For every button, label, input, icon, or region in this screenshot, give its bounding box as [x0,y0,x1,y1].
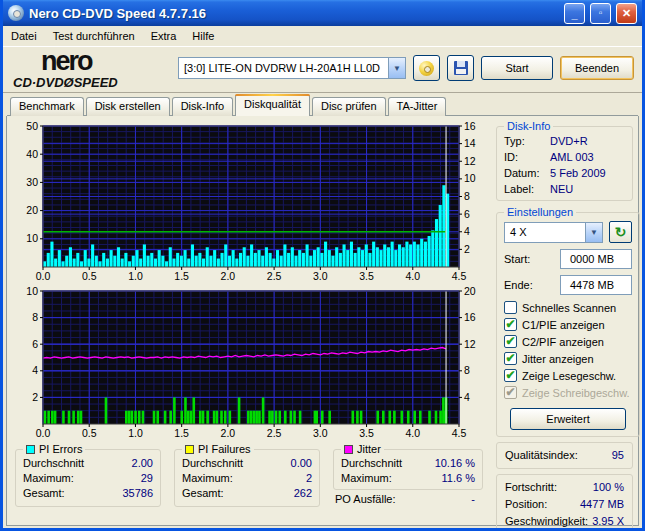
eject-disc-button[interactable] [413,55,440,81]
po-failures-value: - [471,492,475,507]
chevron-down-icon[interactable]: ▼ [585,223,602,242]
speed-select[interactable]: 4 X ▼ [504,222,603,243]
stat-value: 2 [306,471,312,486]
svg-text:8: 8 [464,364,470,376]
speed-select-value: 4 X [505,226,585,238]
svg-text:0.0: 0.0 [36,427,51,439]
close-button[interactable]: ✕ [616,3,637,24]
stat-value: 10.16 % [435,456,475,471]
tab-diskqualitaet[interactable]: Diskqualität [235,94,310,116]
drive-select[interactable]: [3:0] LITE-ON DVDRW LH-20A1H LL0D ▼ [178,57,406,79]
svg-text:16: 16 [464,311,476,323]
checkbox-label: Zeige Lesegeschw. [522,370,616,382]
sidebar: Disk-Info Typ: DVD+R ID: AML 003 Datum: … [494,119,635,522]
stat-row: Maximum: 29 [23,471,153,486]
stat-label: Maximum: [182,471,233,486]
charts-area: 10203040502468101214160.00.51.01.52.02.5… [11,119,490,522]
progress-row: Geschwindigkeit: 3.95 X [505,513,624,530]
svg-text:8: 8 [32,311,38,323]
title-bar: Nero CD-DVD Speed 4.7.7.16 _ ▫ ✕ [3,0,642,26]
checkbox-label: C2/PIF anzeigen [522,336,604,348]
disk-info-row: Datum: 5 Feb 2009 [504,165,625,181]
svg-text:2.0: 2.0 [221,427,236,439]
start-button[interactable]: Start [481,56,553,80]
quality-index-panel: Qualitätsindex: 95 [496,442,633,469]
jitter-stats-column: Jitter Durchschnitt 10.16 % Maximum: 11.… [333,443,483,507]
jitter-legend-swatch [344,445,353,454]
svg-text:4: 4 [464,225,470,237]
stat-label: Maximum: [341,471,392,486]
checkbox-label: Zeige Schreibgeschw. [522,387,630,399]
show-read-speed-checkbox[interactable]: ✔ [504,369,517,382]
jitter-stats-box: Jitter Durchschnitt 10.16 % Maximum: 11.… [333,443,483,490]
svg-text:2: 2 [32,391,38,403]
diskqualitaet-tab-page: 10203040502468101214160.00.51.01.52.02.5… [6,116,639,526]
stat-label: Maximum: [23,471,74,486]
header-toolbar: nero CD·DVDØSPEED [3:0] LITE-ON DVDRW LH… [3,46,642,93]
svg-text:14: 14 [464,137,476,149]
progress-value: 4477 MB [580,496,624,513]
c2-pif-checkbox[interactable]: ✔ [504,335,517,348]
tab-disc-pruefen[interactable]: Disc prüfen [312,97,386,116]
end-position-field[interactable]: 4478 MB [560,275,632,295]
disk-info-value: DVD+R [550,133,588,149]
progress-row: Fortschritt: 100 % [505,479,624,496]
advanced-button[interactable]: Erweitert [510,408,626,430]
tab-ta-jitter[interactable]: TA-Jitter [388,97,447,116]
disk-info-title: Disk-Info [504,120,553,132]
refresh-button[interactable]: ↻ [609,221,632,243]
disc-eject-icon [419,61,434,76]
menu-hilfe[interactable]: Hilfe [192,30,214,42]
settings-box: Einstellungen 4 X ▼ ↻ Start: 0000 MB End… [496,206,640,437]
save-icon [454,61,468,75]
stat-value: 262 [294,486,312,501]
menu-test-durchfuehren[interactable]: Test durchführen [53,30,135,42]
nero-logo-subtitle: CD·DVDØSPEED [13,76,171,89]
svg-text:0.0: 0.0 [36,270,51,282]
tab-disk-info[interactable]: Disk-Info [172,97,233,116]
stat-label: Gesamt: [23,486,65,501]
quality-index-value: 95 [612,447,624,464]
save-button[interactable] [447,55,474,81]
menu-extra[interactable]: Extra [151,30,177,42]
minimize-button[interactable]: _ [564,3,585,24]
svg-text:10: 10 [464,172,476,184]
svg-text:3.0: 3.0 [313,270,328,282]
stat-row: Gesamt: 35786 [23,486,153,501]
start-position-field[interactable]: 0000 MB [560,249,632,269]
menu-datei[interactable]: Datei [11,30,37,42]
jitter-checkbox[interactable]: ✔ [504,352,517,365]
stat-row: Durchschnitt 2.00 [23,456,153,471]
tab-disk-erstellen[interactable]: Disk erstellen [86,97,170,116]
svg-text:10: 10 [26,232,38,244]
svg-text:0.5: 0.5 [82,270,97,282]
disk-info-value: 5 Feb 2009 [550,165,606,181]
statistics-row: PI Errors Durchschnitt 2.00 Maximum: 29 … [11,443,490,507]
stat-row: Gesamt: 262 [182,486,312,501]
checkbox-label: C1/PIE anzeigen [522,319,605,331]
tab-benchmark[interactable]: Benchmark [10,97,84,116]
checkbox-row-fast-scan: ✔ Schnelles Scannen [504,301,632,314]
stat-value: 29 [141,471,153,486]
stat-label: Durchschnitt [23,456,84,471]
quit-button[interactable]: Beenden [560,56,634,80]
show-write-speed-checkbox[interactable]: ✔ [504,386,517,399]
pi-failures-stats-title: PI Failures [198,443,251,455]
svg-text:4: 4 [464,391,470,403]
nero-logo-wordmark: nero [41,48,171,75]
svg-text:4: 4 [32,364,38,376]
stat-value: 0.00 [291,456,312,471]
checkbox-row-jitter: ✔ Jitter anzeigen [504,352,632,365]
stat-value: 11.6 % [442,471,475,486]
c1-pie-checkbox[interactable]: ✔ [504,318,517,331]
disk-info-label: Datum: [504,165,550,181]
svg-text:8: 8 [464,190,470,202]
fast-scan-checkbox[interactable]: ✔ [504,301,517,314]
svg-text:3.0: 3.0 [313,427,328,439]
chevron-down-icon[interactable]: ▼ [388,58,405,78]
po-failures-label: PO Ausfälle: [335,492,396,507]
disk-info-value: NEU [550,181,573,197]
nero-logo: nero CD·DVDØSPEED [13,48,171,89]
maximize-button[interactable]: ▫ [590,3,611,24]
stat-label: Gesamt: [182,486,224,501]
